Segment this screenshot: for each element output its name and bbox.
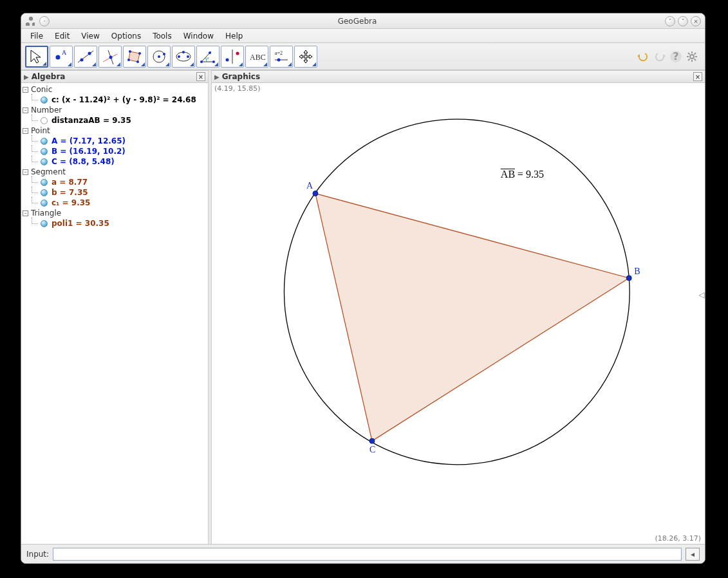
tool-point[interactable]: A <box>50 46 73 68</box>
graphics-panel-header[interactable]: ▶ Graphics × <box>212 70 705 83</box>
svg-point-19 <box>182 51 185 53</box>
input-bar: Input: ◂ <box>21 544 705 563</box>
menu-help[interactable]: Help <box>220 30 248 42</box>
algebra-panel: ▶ Algebra × – Conic c: (x - 11.24)² + (y… <box>21 70 208 544</box>
svg-point-7 <box>109 55 113 59</box>
svg-point-22 <box>209 51 211 54</box>
svg-text:B: B <box>634 266 640 276</box>
tool-perpendicular[interactable] <box>98 46 122 68</box>
command-input[interactable] <box>53 548 682 561</box>
visibility-toggle-icon[interactable] <box>41 97 48 104</box>
graphics-close-button[interactable]: × <box>693 72 702 81</box>
visibility-toggle-icon[interactable] <box>41 189 48 196</box>
tree-leaf-c-point[interactable]: C = (8.8, 5.48) <box>23 156 207 167</box>
tree-leaf-b[interactable]: B = (16.19, 10.2) <box>23 146 207 156</box>
visibility-toggle-icon[interactable] <box>41 117 48 124</box>
visibility-toggle-icon[interactable] <box>41 200 48 207</box>
tree-branch-icon <box>29 188 41 197</box>
svg-point-15 <box>163 53 165 55</box>
tree-leaf-seg-a[interactable]: a = 8.77 <box>23 177 207 187</box>
tree-leaf-seg-b[interactable]: b = 7.35 <box>23 187 207 198</box>
menu-window[interactable]: Window <box>178 30 219 42</box>
tool-line[interactable] <box>74 46 97 68</box>
dropdown-icon <box>141 62 145 66</box>
svg-point-10 <box>138 52 141 55</box>
tree-branch-icon <box>29 178 41 187</box>
svg-text:AB: AB <box>501 169 515 180</box>
coordinates-bottom-right: (18.26, 3.17) <box>655 534 701 543</box>
menu-tools[interactable]: Tools <box>147 30 177 42</box>
dropdown-icon <box>117 62 120 66</box>
maximize-button[interactable]: ˄ <box>678 16 688 26</box>
tree-category-number[interactable]: – Number <box>23 105 207 115</box>
algebra-close-button[interactable]: × <box>196 72 205 81</box>
tree-category-point[interactable]: – Point <box>23 126 207 136</box>
tree-category-triangle[interactable]: – Triangle <box>23 208 207 218</box>
dropdown-icon <box>239 62 243 66</box>
tool-reflect[interactable] <box>221 46 244 68</box>
tool-angle[interactable]: α <box>196 46 219 68</box>
dropdown-icon <box>190 62 194 66</box>
collapse-icon: – <box>23 107 28 113</box>
tree-leaf-a[interactable]: A = (7.17, 12.65) <box>23 136 207 146</box>
tree-leaf-poli1[interactable]: poli1 = 30.35 <box>23 218 207 228</box>
tool-circle[interactable] <box>147 46 171 68</box>
svg-point-17 <box>178 55 180 58</box>
input-history-button[interactable]: ◂ <box>686 548 700 561</box>
tree-leaf-seg-c1[interactable]: c₁ = 9.35 <box>23 198 207 208</box>
menu-file[interactable]: File <box>25 30 48 42</box>
visibility-toggle-icon[interactable] <box>41 138 48 145</box>
close-window-button[interactable]: × <box>691 16 701 26</box>
menu-bar: File Edit View Options Tools Window Help <box>21 29 705 43</box>
title-bar: · GeoGebra ˅ ˄ × <box>21 14 705 29</box>
settings-icon[interactable] <box>686 50 698 63</box>
main-split: ▶ Algebra × – Conic c: (x - 11.24)² + (y… <box>21 70 705 544</box>
tree-branch-icon <box>29 157 41 166</box>
svg-point-4 <box>88 51 91 55</box>
dropdown-icon <box>42 62 46 66</box>
tree-branch-icon <box>29 136 41 145</box>
redo-button[interactable] <box>653 50 666 63</box>
dropdown-icon <box>214 62 218 66</box>
visibility-toggle-icon[interactable] <box>41 148 48 155</box>
svg-line-37 <box>695 59 696 61</box>
visibility-toggle-icon[interactable] <box>41 220 48 227</box>
tool-move[interactable] <box>25 46 48 68</box>
tool-text[interactable]: ABC <box>245 46 268 68</box>
minimize-button[interactable]: ˅ <box>665 16 675 26</box>
graphics-panel: ▶ Graphics × (4.19, 15.85) (18.26, 3.17)… <box>212 70 705 544</box>
panel-toggle-icon: ▶ <box>214 73 219 80</box>
svg-point-3 <box>80 58 84 61</box>
algebra-panel-title: Algebra <box>32 72 66 81</box>
svg-line-38 <box>688 59 690 61</box>
tool-move-view[interactable] <box>294 46 317 68</box>
tree-category-conic[interactable]: – Conic <box>23 84 207 95</box>
svg-point-11 <box>136 61 139 63</box>
svg-marker-8 <box>129 51 140 62</box>
help-icon[interactable]: ? <box>670 51 682 62</box>
input-label: Input: <box>26 550 49 559</box>
undo-button[interactable] <box>637 50 649 63</box>
visibility-toggle-icon[interactable] <box>41 158 48 165</box>
tree-leaf-c[interactable]: c: (x - 11.24)² + (y - 9.8)² = 24.68 <box>23 95 207 105</box>
svg-marker-41 <box>315 194 629 442</box>
menu-view[interactable]: View <box>76 30 104 42</box>
panel-toggle-icon: ▶ <box>24 73 29 80</box>
window-menu-button[interactable]: · <box>39 16 50 26</box>
svg-text:=  9.35: = 9.35 <box>518 169 544 180</box>
tool-slider[interactable]: a=2 <box>270 46 293 68</box>
visibility-toggle-icon[interactable] <box>41 179 48 186</box>
svg-point-44 <box>369 438 375 443</box>
svg-text:A: A <box>62 49 67 56</box>
svg-point-42 <box>313 191 318 196</box>
tool-ellipse[interactable] <box>172 46 195 68</box>
tree-category-segment[interactable]: – Segment <box>23 167 207 177</box>
algebra-panel-header[interactable]: ▶ Algebra × <box>21 70 208 83</box>
collapse-icon: – <box>23 169 28 175</box>
menu-edit[interactable]: Edit <box>50 30 75 42</box>
menu-options[interactable]: Options <box>106 30 146 42</box>
dropdown-icon <box>288 62 292 66</box>
tool-polygon[interactable] <box>123 46 146 68</box>
graphics-canvas[interactable]: (4.19, 15.85) (18.26, 3.17) ◁ ABCAB = 9.… <box>212 83 705 544</box>
tree-leaf-distanzaab[interactable]: distanzaAB = 9.35 <box>23 115 207 126</box>
